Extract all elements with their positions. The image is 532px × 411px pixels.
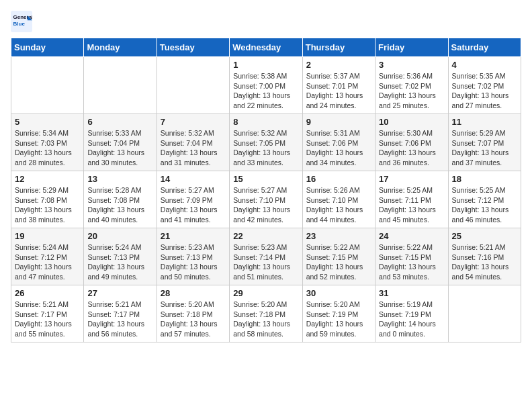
- svg-text:Blue: Blue: [13, 21, 26, 27]
- day-info: Sunrise: 5:25 AMSunset: 7:11 PMDaylight:…: [379, 185, 444, 225]
- day-info: Sunrise: 5:37 AMSunset: 7:01 PMDaylight:…: [306, 71, 371, 111]
- day-number: 7: [161, 117, 226, 127]
- calendar-cell: [11, 57, 84, 114]
- calendar-cell: 6Sunrise: 5:33 AMSunset: 7:04 PMDaylight…: [84, 114, 157, 171]
- day-info: Sunrise: 5:23 AMSunset: 7:13 PMDaylight:…: [161, 242, 226, 282]
- calendar-week-row: 26Sunrise: 5:21 AMSunset: 7:17 PMDayligh…: [11, 285, 521, 342]
- day-info: Sunrise: 5:19 AMSunset: 7:19 PMDaylight:…: [379, 300, 444, 339]
- day-info: Sunrise: 5:34 AMSunset: 7:03 PMDaylight:…: [15, 128, 80, 168]
- day-info: Sunrise: 5:23 AMSunset: 7:14 PMDaylight:…: [233, 242, 298, 282]
- calendar-cell: 7Sunrise: 5:32 AMSunset: 7:04 PMDaylight…: [157, 114, 229, 171]
- calendar-cell: 14Sunrise: 5:27 AMSunset: 7:09 PMDayligh…: [157, 171, 229, 228]
- day-number: 29: [233, 288, 298, 298]
- day-info: Sunrise: 5:30 AMSunset: 7:06 PMDaylight:…: [379, 128, 444, 168]
- logo: General Blue: [11, 11, 35, 32]
- logo-icon: General Blue: [11, 11, 32, 32]
- day-number: 23: [306, 231, 371, 241]
- calendar-cell: 19Sunrise: 5:24 AMSunset: 7:12 PMDayligh…: [11, 228, 84, 285]
- day-number: 15: [233, 174, 298, 184]
- day-info: Sunrise: 5:32 AMSunset: 7:04 PMDaylight:…: [161, 128, 226, 168]
- calendar-cell: 13Sunrise: 5:28 AMSunset: 7:08 PMDayligh…: [84, 171, 157, 228]
- day-info: Sunrise: 5:21 AMSunset: 7:17 PMDaylight:…: [87, 300, 152, 339]
- day-info: Sunrise: 5:38 AMSunset: 7:00 PMDaylight:…: [233, 71, 298, 111]
- calendar-cell: 31Sunrise: 5:19 AMSunset: 7:19 PMDayligh…: [375, 285, 448, 342]
- calendar-cell: 21Sunrise: 5:23 AMSunset: 7:13 PMDayligh…: [157, 228, 229, 285]
- calendar-cell: [157, 57, 229, 114]
- day-number: 10: [379, 117, 444, 127]
- calendar-cell: 9Sunrise: 5:31 AMSunset: 7:06 PMDaylight…: [302, 114, 375, 171]
- calendar-cell: 27Sunrise: 5:21 AMSunset: 7:17 PMDayligh…: [84, 285, 157, 342]
- calendar-cell: 8Sunrise: 5:32 AMSunset: 7:05 PMDaylight…: [230, 114, 302, 171]
- calendar-cell: 2Sunrise: 5:37 AMSunset: 7:01 PMDaylight…: [302, 57, 375, 114]
- day-number: 11: [452, 117, 517, 127]
- calendar-cell: 11Sunrise: 5:29 AMSunset: 7:07 PMDayligh…: [448, 114, 521, 171]
- day-number: 12: [15, 174, 80, 184]
- day-number: 20: [87, 231, 152, 241]
- calendar-week-row: 5Sunrise: 5:34 AMSunset: 7:03 PMDaylight…: [11, 114, 521, 171]
- calendar-week-row: 19Sunrise: 5:24 AMSunset: 7:12 PMDayligh…: [11, 228, 521, 285]
- calendar-cell: 22Sunrise: 5:23 AMSunset: 7:14 PMDayligh…: [230, 228, 302, 285]
- calendar-cell: 24Sunrise: 5:22 AMSunset: 7:15 PMDayligh…: [375, 228, 448, 285]
- day-number: 18: [452, 174, 517, 184]
- day-info: Sunrise: 5:20 AMSunset: 7:18 PMDaylight:…: [233, 300, 298, 339]
- weekday-header: Wednesday: [230, 38, 302, 57]
- calendar-cell: 29Sunrise: 5:20 AMSunset: 7:18 PMDayligh…: [230, 285, 302, 342]
- day-number: 19: [15, 231, 80, 241]
- day-info: Sunrise: 5:31 AMSunset: 7:06 PMDaylight:…: [306, 128, 371, 168]
- calendar-cell: 28Sunrise: 5:20 AMSunset: 7:18 PMDayligh…: [157, 285, 229, 342]
- day-number: 16: [306, 174, 371, 184]
- day-number: 17: [379, 174, 444, 184]
- day-info: Sunrise: 5:25 AMSunset: 7:12 PMDaylight:…: [452, 185, 517, 225]
- day-info: Sunrise: 5:36 AMSunset: 7:02 PMDaylight:…: [379, 71, 444, 111]
- day-number: 5: [15, 117, 80, 127]
- day-info: Sunrise: 5:22 AMSunset: 7:15 PMDaylight:…: [379, 242, 444, 282]
- day-info: Sunrise: 5:20 AMSunset: 7:18 PMDaylight:…: [161, 300, 226, 339]
- day-number: 22: [233, 231, 298, 241]
- weekday-header: Thursday: [302, 38, 375, 57]
- day-info: Sunrise: 5:21 AMSunset: 7:17 PMDaylight:…: [15, 300, 80, 339]
- calendar-cell: [448, 285, 521, 342]
- day-info: Sunrise: 5:28 AMSunset: 7:08 PMDaylight:…: [87, 185, 152, 225]
- day-info: Sunrise: 5:20 AMSunset: 7:19 PMDaylight:…: [306, 300, 371, 339]
- calendar-cell: 30Sunrise: 5:20 AMSunset: 7:19 PMDayligh…: [302, 285, 375, 342]
- day-info: Sunrise: 5:29 AMSunset: 7:08 PMDaylight:…: [15, 185, 80, 225]
- calendar-cell: [84, 57, 157, 114]
- day-info: Sunrise: 5:32 AMSunset: 7:05 PMDaylight:…: [233, 128, 298, 168]
- day-number: 2: [306, 60, 371, 70]
- day-info: Sunrise: 5:35 AMSunset: 7:02 PMDaylight:…: [452, 71, 517, 111]
- calendar-cell: 10Sunrise: 5:30 AMSunset: 7:06 PMDayligh…: [375, 114, 448, 171]
- weekday-header: Saturday: [448, 38, 521, 57]
- day-number: 27: [87, 288, 152, 298]
- calendar-cell: 16Sunrise: 5:26 AMSunset: 7:10 PMDayligh…: [302, 171, 375, 228]
- day-number: 13: [87, 174, 152, 184]
- day-number: 21: [161, 231, 226, 241]
- day-info: Sunrise: 5:24 AMSunset: 7:12 PMDaylight:…: [15, 242, 80, 282]
- day-info: Sunrise: 5:24 AMSunset: 7:13 PMDaylight:…: [87, 242, 152, 282]
- day-info: Sunrise: 5:33 AMSunset: 7:04 PMDaylight:…: [87, 128, 152, 168]
- calendar-cell: 17Sunrise: 5:25 AMSunset: 7:11 PMDayligh…: [375, 171, 448, 228]
- calendar-cell: 23Sunrise: 5:22 AMSunset: 7:15 PMDayligh…: [302, 228, 375, 285]
- calendar-cell: 3Sunrise: 5:36 AMSunset: 7:02 PMDaylight…: [375, 57, 448, 114]
- weekday-header: Tuesday: [157, 38, 229, 57]
- day-info: Sunrise: 5:29 AMSunset: 7:07 PMDaylight:…: [452, 128, 517, 168]
- day-number: 9: [306, 117, 371, 127]
- weekday-header: Sunday: [11, 38, 84, 57]
- calendar-cell: 12Sunrise: 5:29 AMSunset: 7:08 PMDayligh…: [11, 171, 84, 228]
- day-number: 26: [15, 288, 80, 298]
- weekday-header: Friday: [375, 38, 448, 57]
- weekday-header: Monday: [84, 38, 157, 57]
- day-number: 8: [233, 117, 298, 127]
- calendar-week-row: 1Sunrise: 5:38 AMSunset: 7:00 PMDaylight…: [11, 57, 521, 114]
- day-number: 25: [452, 231, 517, 241]
- calendar-cell: 15Sunrise: 5:27 AMSunset: 7:10 PMDayligh…: [230, 171, 302, 228]
- calendar-body: 1Sunrise: 5:38 AMSunset: 7:00 PMDaylight…: [11, 57, 521, 342]
- day-number: 3: [379, 60, 444, 70]
- day-info: Sunrise: 5:22 AMSunset: 7:15 PMDaylight:…: [306, 242, 371, 282]
- page-header: General Blue: [11, 11, 521, 32]
- calendar-cell: 20Sunrise: 5:24 AMSunset: 7:13 PMDayligh…: [84, 228, 157, 285]
- calendar-cell: 5Sunrise: 5:34 AMSunset: 7:03 PMDaylight…: [11, 114, 84, 171]
- day-number: 14: [161, 174, 226, 184]
- calendar-cell: 4Sunrise: 5:35 AMSunset: 7:02 PMDaylight…: [448, 57, 521, 114]
- day-number: 1: [233, 60, 298, 70]
- calendar-cell: 26Sunrise: 5:21 AMSunset: 7:17 PMDayligh…: [11, 285, 84, 342]
